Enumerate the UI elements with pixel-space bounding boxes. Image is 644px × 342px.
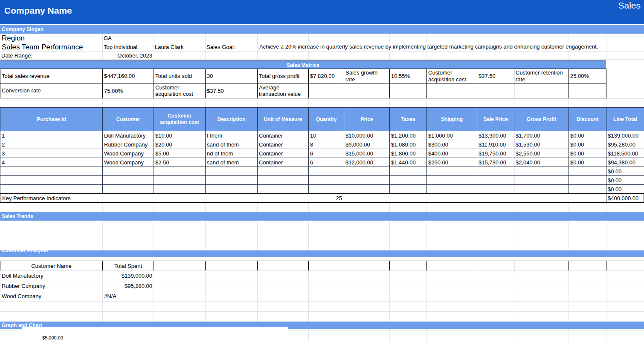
purchase-cell-empty[interactable] [154,167,206,176]
purchase-cell[interactable]: $11,910.00 [477,140,514,149]
purchase-cell[interactable]: $15,000.00 [344,149,390,158]
cell-empty[interactable] [344,291,390,302]
purchase-cell[interactable]: $94,380.00 [606,158,644,167]
purchase-cell-empty[interactable] [103,185,154,194]
purchase-cell-empty[interactable] [154,185,206,194]
sales-trends-band[interactable]: Sales Trends [0,212,644,221]
header-cell-empty[interactable] [606,261,644,271]
customer-name-cell[interactable]: Rubber Company [0,281,103,291]
purchase-cell-empty[interactable] [258,176,309,185]
purchase-col-header[interactable]: Line Total [606,108,644,131]
header-cell-empty[interactable] [477,261,514,271]
purchase-cell-empty[interactable] [0,185,103,194]
metric-label-cell[interactable]: Total sales revenue [0,69,103,83]
cell-empty[interactable] [514,271,569,281]
purchase-cell-empty[interactable] [309,176,344,185]
purchase-cell[interactable]: 8 [309,140,344,149]
header-cell-empty[interactable] [154,261,206,271]
purchase-cell[interactable]: $19,750.00 [477,149,514,158]
metric-label-cell[interactable]: Customer acquisition cost [154,83,206,98]
cell-empty[interactable] [477,291,514,302]
purchase-cell-empty[interactable] [344,176,390,185]
purchase-cell-empty[interactable] [344,167,390,176]
purchase-cell[interactable]: $9,000.00 [344,140,390,149]
metric-label-cell[interactable]: Total gross profit [258,69,309,83]
cell-empty[interactable] [427,291,477,302]
sales-metrics-band[interactable]: Sales Metrics [0,60,606,69]
purchase-cell-empty[interactable] [514,167,569,176]
purchase-cell-empty[interactable] [206,176,258,185]
purchase-col-header[interactable]: Taxes [390,108,427,131]
purchase-cell[interactable]: $20.00 [154,140,206,149]
purchase-cell-empty[interactable] [103,167,154,176]
purchase-cell[interactable]: Rubber Company [103,140,154,149]
metric-value-cell[interactable]: 30 [206,69,258,83]
purchase-cell[interactable]: $1,530.00 [514,140,569,149]
cell-empty[interactable] [514,291,569,302]
purchase-col-header[interactable]: Price [344,108,390,131]
purchase-cell[interactable]: $139,000.00 [606,131,644,140]
purchase-cell[interactable]: $400.00 [427,149,477,158]
purchase-cell[interactable]: $2.50 [154,158,206,167]
purchase-cell[interactable]: Doll Manufactory [103,131,154,140]
cell-empty[interactable] [154,291,206,302]
purchase-cell-empty[interactable] [569,167,606,176]
purchase-cell[interactable]: $300.00 [427,140,477,149]
purchase-cell[interactable]: $10.00 [154,131,206,140]
purchase-cell-empty[interactable] [206,185,258,194]
purchase-cell[interactable]: $1,800.00 [390,149,427,158]
metric-label-cell[interactable]: Sales growth rate [344,69,390,83]
purchase-cell[interactable]: $12,000.00 [344,158,390,167]
sales-goal-value-cell[interactable]: Achieve a 20% increase in quarterly sale… [258,42,600,51]
header-cell-empty[interactable] [258,261,309,271]
customer-name-header[interactable]: Customer Name [0,261,103,271]
purchase-cell[interactable]: $0.00 [569,131,606,140]
purchase-cell[interactable]: f them [206,131,258,140]
cell-empty[interactable] [477,281,514,291]
header-cell-empty[interactable] [390,261,427,271]
cell-empty[interactable] [606,291,644,302]
sales-goal-label[interactable]: Sales Goal: [206,44,235,50]
purchase-cell-empty[interactable] [390,185,427,194]
purchase-cell[interactable]: Wood Company [103,158,154,167]
purchase-cell[interactable]: Container [258,131,309,140]
cell-empty[interactable] [344,271,390,281]
date-range-value-cell[interactable]: October, 2023 [102,52,152,59]
top-individual-value-cell[interactable]: Laura Clark [155,44,183,50]
cell-empty[interactable] [606,271,644,281]
purchase-cell-empty[interactable] [427,176,477,185]
team-performance-label[interactable]: Sales Team Performance [2,43,83,52]
cell-empty[interactable] [206,271,258,281]
purchase-cell[interactable]: Container [258,158,309,167]
metric-label-cell[interactable]: Conversion rate [0,83,103,98]
metric-value-cell[interactable]: 10.55% [390,69,427,83]
purchase-cell[interactable]: $15,730.00 [477,158,514,167]
cell-empty[interactable] [258,281,309,291]
purchase-cell[interactable]: $2,550.00 [514,149,569,158]
metric-label-cell[interactable] [514,83,569,98]
purchase-cell[interactable]: nd of them [206,149,258,158]
purchase-col-header[interactable]: Description [206,108,258,131]
purchase-cell[interactable]: sand of them [206,158,258,167]
purchase-col-header[interactable]: Purchase Id [0,108,103,131]
purchase-cell-empty[interactable] [0,167,103,176]
purchase-col-header[interactable]: Customer [103,108,154,131]
metric-value-cell[interactable] [390,83,427,98]
purchase-cell-empty[interactable] [514,176,569,185]
cell-empty[interactable] [390,271,427,281]
cell-empty[interactable] [344,281,390,291]
metric-value-cell[interactable]: 75.00% [103,83,154,98]
cell-empty[interactable] [427,281,477,291]
date-range-label[interactable]: Date Range: [1,52,32,59]
metric-value-cell[interactable]: 25.00% [569,69,606,83]
purchase-cell[interactable]: Wood Company [103,149,154,158]
purchase-cell[interactable]: $0.00 [569,158,606,167]
purchase-cell[interactable]: $5.00 [154,149,206,158]
purchase-cell[interactable]: $95,280.00 [606,140,644,149]
purchase-cell[interactable]: $13,900.00 [477,131,514,140]
total-spent-cell[interactable]: $139,000.00 [103,271,154,281]
purchase-cell[interactable]: $0.00 [606,185,644,194]
kpi-line-total-cell[interactable]: $400,000.00 [606,194,644,202]
cell-empty[interactable] [569,271,606,281]
company-slogan-band[interactable]: Company Slogan [0,25,644,34]
